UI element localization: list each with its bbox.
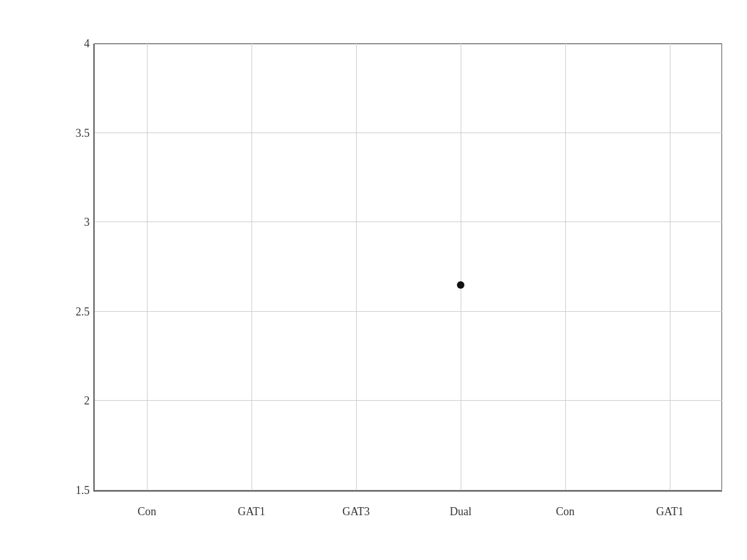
grid-line-v xyxy=(356,44,357,490)
y-tick-label: 3.5 xyxy=(76,126,90,139)
grid-line-h xyxy=(95,43,722,44)
chart-wrapper: 1.522.533.54ConGAT1GAT3DualConGAT1 xyxy=(50,31,735,541)
y-tick-label: 2 xyxy=(84,394,90,408)
grid-line-v xyxy=(565,44,566,490)
y-tick-label: 3 xyxy=(84,216,90,229)
grid-line-h xyxy=(95,222,722,222)
x-tick-label: Con xyxy=(556,505,575,518)
x-tick-label: Con xyxy=(138,505,156,518)
grid-line-h xyxy=(95,490,722,490)
grid-line-v xyxy=(251,44,252,490)
x-tick-label: Dual xyxy=(450,505,472,518)
plot-top-border xyxy=(95,44,722,44)
plot-right-border xyxy=(721,44,722,490)
data-point xyxy=(457,281,464,289)
grid-line-h xyxy=(95,400,722,401)
y-tick-label: 1.5 xyxy=(76,484,90,497)
y-tick-label: 2.5 xyxy=(76,305,90,318)
y-tick-label: 4 xyxy=(84,37,90,50)
grid-line-h xyxy=(95,133,722,133)
x-tick-label: GAT3 xyxy=(342,505,370,518)
grid-line-v xyxy=(147,44,148,490)
x-tick-label: GAT1 xyxy=(656,505,684,518)
grid-line-h xyxy=(95,311,722,312)
x-tick-label: GAT1 xyxy=(238,505,265,518)
plot-area: 1.522.533.54ConGAT1GAT3DualConGAT1 xyxy=(93,44,722,492)
chart-container: 1.522.533.54ConGAT1GAT3DualConGAT1 xyxy=(0,0,747,560)
grid-line-v xyxy=(461,44,461,490)
grid-line-v xyxy=(670,44,670,490)
